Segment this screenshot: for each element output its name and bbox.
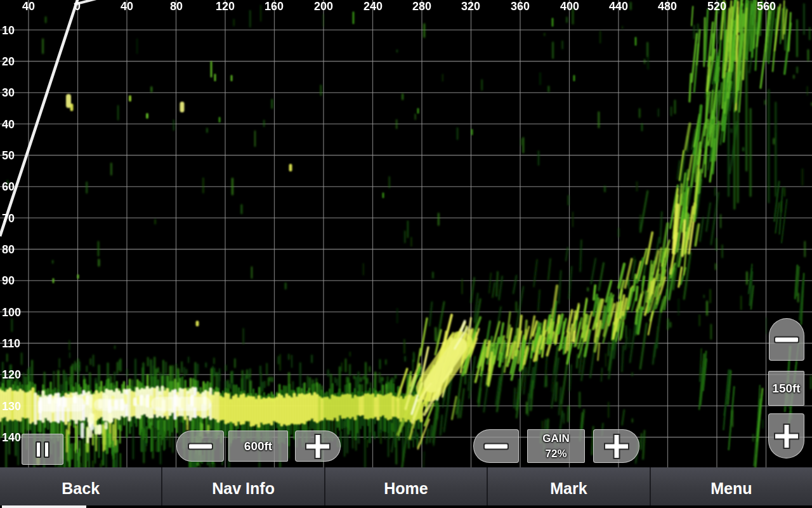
svg-text:40: 40 bbox=[22, 0, 35, 13]
svg-text:280: 280 bbox=[412, 0, 431, 13]
svg-text:400: 400 bbox=[560, 0, 579, 13]
svg-text:60: 60 bbox=[2, 180, 15, 193]
svg-text:560: 560 bbox=[757, 0, 776, 13]
svg-text:80: 80 bbox=[2, 243, 15, 256]
svg-text:40: 40 bbox=[2, 118, 15, 131]
svg-text:100: 100 bbox=[2, 306, 21, 319]
svg-text:20: 20 bbox=[2, 55, 15, 68]
svg-text:70: 70 bbox=[2, 212, 15, 225]
svg-text:110: 110 bbox=[2, 337, 20, 350]
svg-text:200: 200 bbox=[314, 0, 333, 13]
svg-text:0: 0 bbox=[74, 0, 81, 13]
svg-text:40: 40 bbox=[121, 0, 133, 13]
svg-text:30: 30 bbox=[2, 86, 15, 99]
svg-text:240: 240 bbox=[363, 0, 383, 13]
svg-text:120: 120 bbox=[216, 0, 235, 13]
svg-text:160: 160 bbox=[265, 0, 284, 13]
svg-text:320: 320 bbox=[461, 0, 480, 13]
svg-text:480: 480 bbox=[658, 0, 677, 13]
svg-text:50: 50 bbox=[2, 149, 15, 162]
svg-text:120: 120 bbox=[2, 368, 21, 381]
svg-text:80: 80 bbox=[170, 0, 183, 13]
svg-text:360: 360 bbox=[511, 0, 530, 13]
svg-text:130: 130 bbox=[2, 400, 21, 413]
svg-text:90: 90 bbox=[2, 274, 15, 287]
svg-text:10: 10 bbox=[2, 24, 15, 37]
svg-text:520: 520 bbox=[707, 0, 726, 13]
svg-text:140: 140 bbox=[2, 431, 21, 444]
svg-text:440: 440 bbox=[609, 0, 628, 13]
